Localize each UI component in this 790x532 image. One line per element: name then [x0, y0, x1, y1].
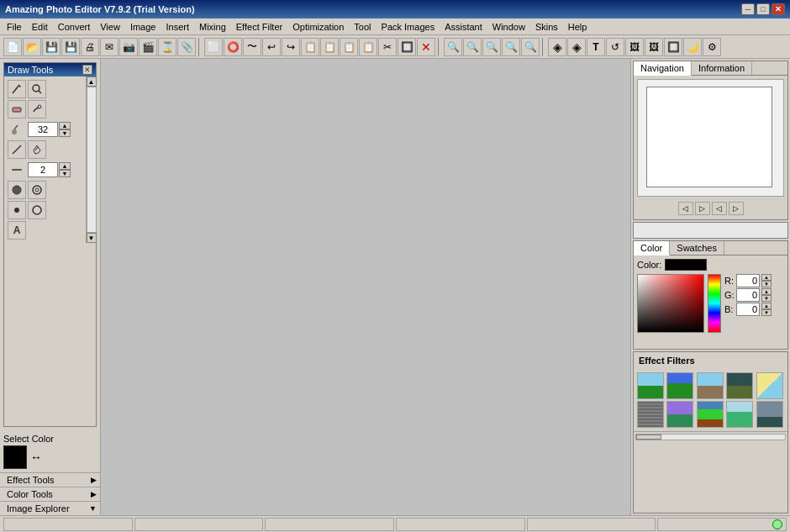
tb-ellipse-select[interactable]: ⭕: [224, 38, 242, 56]
effect-scroll-track[interactable]: [635, 434, 786, 440]
menu-image[interactable]: Image: [125, 20, 161, 34]
tb-crop[interactable]: 🔲: [398, 38, 416, 56]
dot-tool[interactable]: [8, 201, 26, 219]
canvas-area[interactable]: [101, 59, 630, 515]
tb-zoom-fit[interactable]: 🔍: [482, 38, 501, 56]
draw-tools-close[interactable]: ✕: [82, 65, 92, 75]
tb-text[interactable]: T: [587, 38, 605, 56]
tb-delete[interactable]: ✕: [417, 38, 435, 56]
menu-insert[interactable]: Insert: [161, 20, 194, 34]
b-up[interactable]: ▲: [761, 303, 772, 309]
tab-color[interactable]: Color: [634, 241, 670, 255]
effect-thumb-3[interactable]: [697, 372, 724, 399]
color-gradient[interactable]: [637, 274, 704, 333]
tab-navigation[interactable]: Navigation: [634, 61, 692, 76]
eraser-tool[interactable]: [8, 100, 26, 119]
color-preview[interactable]: [665, 259, 707, 271]
r-down[interactable]: ▼: [761, 281, 772, 287]
close-button[interactable]: ✕: [772, 3, 785, 15]
effect-scroll-thumb[interactable]: [636, 435, 661, 440]
tb-zoom-1to1[interactable]: 🔍: [502, 38, 520, 56]
tab-information[interactable]: Information: [692, 61, 752, 75]
effect-thumb-10[interactable]: [756, 401, 783, 428]
menu-file[interactable]: File: [2, 20, 27, 34]
effect-thumb-1[interactable]: [637, 372, 664, 399]
tb-cut[interactable]: ✂: [378, 38, 397, 56]
brush-size-up[interactable]: ▲: [59, 122, 71, 129]
menu-skins[interactable]: Skins: [530, 20, 563, 34]
tb-zoom-out[interactable]: 🔍: [444, 38, 462, 56]
tb-save-as[interactable]: 💾: [61, 38, 80, 56]
nav-btn-left2[interactable]: ◁: [712, 202, 727, 215]
menu-window[interactable]: Window: [487, 20, 530, 34]
tb-color2[interactable]: ◈: [567, 38, 586, 56]
effect-tools-item[interactable]: Effect Tools ▶: [0, 472, 100, 487]
tb-copy[interactable]: 📋: [301, 38, 319, 56]
menu-assistant[interactable]: Assistant: [440, 20, 487, 34]
tb-color1[interactable]: ◈: [548, 38, 566, 56]
g-up[interactable]: ▲: [761, 288, 772, 295]
effect-thumb-7[interactable]: [666, 401, 693, 428]
paint-bucket-tool[interactable]: [28, 140, 46, 159]
circle-outline-tool[interactable]: [28, 181, 46, 199]
line-size-up[interactable]: ▲: [59, 162, 71, 170]
effect-thumb-5[interactable]: [756, 372, 783, 399]
v-scroll-track[interactable]: [87, 87, 97, 233]
hue-bar[interactable]: [708, 274, 721, 333]
primary-color-swatch[interactable]: [3, 445, 27, 469]
image-explorer-item[interactable]: Image Explorer ▼: [0, 501, 100, 515]
pencil-tool[interactable]: [8, 80, 26, 98]
tb-lasso[interactable]: 〜: [243, 38, 261, 56]
zoom-tool[interactable]: [28, 80, 46, 98]
tb-timer[interactable]: ⌛: [158, 38, 176, 56]
menu-effect-filter[interactable]: Effect Filter: [231, 20, 287, 34]
tb-new[interactable]: 📄: [3, 38, 22, 56]
nav-btn-right1[interactable]: ▷: [695, 202, 710, 215]
scroll-up[interactable]: ▲: [87, 76, 97, 87]
line-size-down[interactable]: ▼: [59, 170, 71, 177]
tb-rect-select[interactable]: ⬜: [204, 38, 223, 56]
ring-tool[interactable]: [28, 201, 46, 219]
tb-rotate[interactable]: ↺: [606, 38, 624, 56]
nav-btn-left1[interactable]: ◁: [678, 202, 693, 215]
color-tools-item[interactable]: Color Tools ▶: [0, 487, 100, 501]
tb-zoom-in[interactable]: 🔍: [463, 38, 482, 56]
scroll-down[interactable]: ▼: [87, 233, 97, 243]
tb-undo[interactable]: ↩: [262, 38, 281, 56]
menu-mixing[interactable]: Mixing: [194, 20, 231, 34]
tb-moon[interactable]: 🌙: [683, 38, 702, 56]
swap-colors-icon[interactable]: ↔: [30, 450, 42, 464]
tb-paste3[interactable]: 📋: [359, 38, 377, 56]
brush-size-down[interactable]: ▼: [59, 129, 71, 137]
text-tool[interactable]: A: [8, 221, 26, 240]
b-input[interactable]: [736, 303, 760, 316]
menu-pack-images[interactable]: Pack Images: [377, 20, 440, 34]
effect-thumb-2[interactable]: [666, 372, 693, 399]
brush-size-input[interactable]: 32: [28, 122, 58, 137]
tb-paste2[interactable]: 📋: [340, 38, 358, 56]
tb-settings[interactable]: ⚙: [703, 38, 721, 56]
tb-img1[interactable]: 🖼: [625, 38, 644, 56]
tb-save[interactable]: 💾: [42, 38, 61, 56]
menu-edit[interactable]: Edit: [27, 20, 53, 34]
effect-thumb-9[interactable]: [726, 401, 753, 428]
effect-thumb-8[interactable]: [697, 401, 724, 428]
tb-img2[interactable]: 🖼: [645, 38, 663, 56]
tb-video[interactable]: 🎬: [139, 38, 157, 56]
b-down[interactable]: ▼: [761, 309, 772, 316]
tb-redo[interactable]: ↪: [282, 38, 300, 56]
tb-email[interactable]: ✉: [100, 38, 118, 56]
maximize-button[interactable]: □: [756, 3, 770, 15]
tb-open[interactable]: 📂: [23, 38, 41, 56]
r-up[interactable]: ▲: [761, 274, 772, 281]
tb-print[interactable]: 🖨: [81, 38, 99, 56]
g-down[interactable]: ▼: [761, 295, 772, 302]
menu-help[interactable]: Help: [563, 20, 592, 34]
effect-thumb-4[interactable]: [726, 372, 753, 399]
menu-tool[interactable]: Tool: [349, 20, 376, 34]
menu-optimization[interactable]: Optimization: [287, 20, 349, 34]
tb-zoom-custom[interactable]: 🔍: [521, 38, 540, 56]
tb-paste[interactable]: 📋: [320, 38, 339, 56]
line-size-input[interactable]: [28, 162, 58, 177]
menu-convert[interactable]: Convert: [53, 20, 96, 34]
